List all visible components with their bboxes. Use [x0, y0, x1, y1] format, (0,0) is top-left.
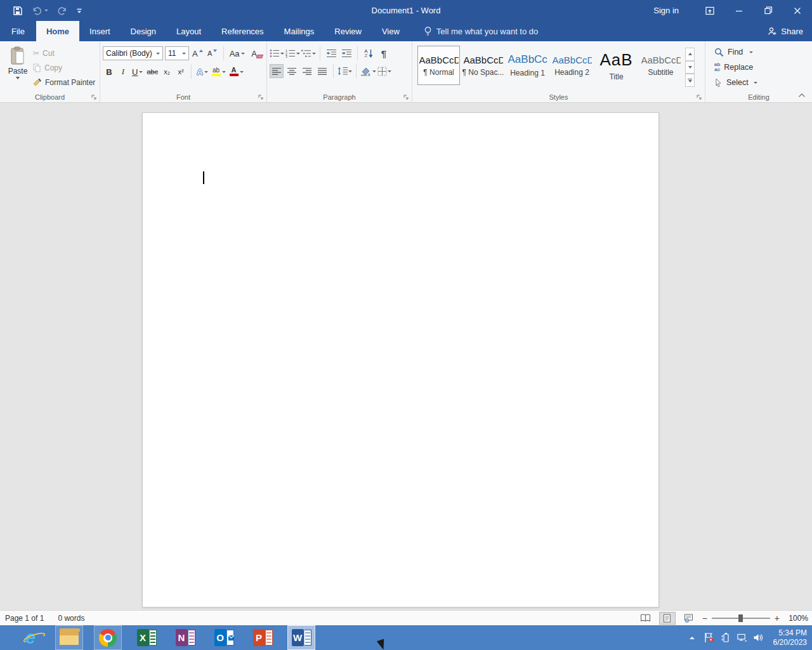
font-color-dropdown-arrow[interactable] [240, 71, 244, 73]
word-count[interactable]: 0 words [58, 614, 84, 623]
subscript-button[interactable]: x₂ [160, 65, 173, 79]
tray-chevron-up-icon[interactable] [687, 632, 698, 643]
justify-button[interactable] [315, 64, 329, 78]
bullets-button[interactable] [270, 46, 284, 60]
find-dropdown-arrow[interactable] [749, 51, 753, 53]
tab-layout[interactable]: Layout [166, 21, 211, 41]
align-center-button[interactable] [285, 64, 299, 78]
redo-icon[interactable] [57, 6, 67, 16]
zoom-slider[interactable] [712, 614, 770, 623]
taskbar-excel[interactable]: X [133, 625, 160, 650]
font-name-combobox[interactable]: Calibri (Body) [103, 46, 163, 60]
close-button[interactable] [783, 0, 812, 21]
strikethrough-button[interactable]: abc [145, 65, 159, 79]
taskbar-chrome[interactable] [94, 625, 122, 650]
shading-button[interactable] [360, 64, 376, 78]
increase-indent-button[interactable] [339, 46, 353, 60]
styles-gallery-more-button[interactable] [685, 74, 695, 87]
bullets-dropdown-arrow[interactable] [280, 53, 284, 55]
shrink-font-button[interactable]: A [206, 47, 219, 60]
sign-in-link[interactable]: Sign in [637, 6, 695, 15]
styles-dialog-launcher-icon[interactable] [695, 93, 703, 101]
taskbar-outlook[interactable]: O [210, 625, 238, 650]
tray-action-center-flag-icon[interactable] [704, 632, 714, 643]
clear-formatting-button[interactable]: A [248, 47, 261, 60]
multilevel-dropdown-arrow[interactable] [312, 53, 316, 55]
cut-button[interactable]: ✂ Cut [33, 48, 95, 59]
taskbar-powerpoint[interactable]: P [249, 625, 277, 650]
numbering-dropdown-arrow[interactable] [296, 53, 300, 55]
style-subtitle[interactable]: AaBbCcD Subtitle [639, 46, 682, 85]
web-layout-button[interactable] [681, 612, 697, 625]
select-dropdown-arrow[interactable] [754, 82, 757, 84]
styles-scroll-down-button[interactable] [685, 61, 695, 74]
save-icon[interactable] [13, 6, 23, 16]
style-normal[interactable]: AaBbCcDc ¶ Normal [417, 46, 460, 85]
style-heading2[interactable]: AaBbCcD Heading 2 [551, 46, 593, 85]
zoom-out-button[interactable]: − [702, 613, 707, 623]
style-heading1[interactable]: AaBbCc Heading 1 [506, 46, 549, 85]
paste-dropdown-arrow[interactable] [16, 77, 20, 79]
tab-insert[interactable]: Insert [79, 21, 121, 41]
line-spacing-dropdown-arrow[interactable] [348, 70, 352, 72]
text-effects-button[interactable]: A [195, 65, 209, 79]
taskbar-file-explorer[interactable] [55, 625, 83, 650]
minimize-button[interactable] [724, 0, 754, 21]
style-no-spacing[interactable]: AaBbCcDc ¶ No Spac... [462, 46, 504, 85]
tray-power-icon[interactable] [720, 632, 731, 643]
styles-scroll-up-button[interactable] [685, 48, 695, 61]
multilevel-list-button[interactable] [301, 46, 316, 60]
share-button[interactable]: Share [768, 21, 803, 41]
shading-dropdown-arrow[interactable] [372, 70, 376, 72]
taskbar-onenote[interactable]: N [171, 625, 199, 650]
page-indicator[interactable]: Page 1 of 1 [5, 614, 44, 623]
tell-me-box[interactable]: Tell me what you want to do [424, 21, 538, 41]
tab-references[interactable]: References [211, 21, 273, 41]
style-title[interactable]: AaB Title [595, 46, 638, 85]
zoom-in-button[interactable]: + [775, 613, 780, 623]
zoom-slider-thumb[interactable] [738, 614, 743, 622]
replace-button[interactable]: abac Replace [714, 62, 809, 73]
clipboard-dialog-launcher-icon[interactable] [90, 93, 98, 101]
italic-button[interactable]: I [117, 65, 129, 79]
font-color-button[interactable]: A [228, 65, 245, 79]
font-dialog-launcher-icon[interactable] [257, 93, 265, 101]
read-mode-button[interactable] [638, 612, 654, 625]
tray-speaker-icon[interactable] [753, 632, 764, 643]
grow-font-button[interactable]: A [191, 47, 204, 60]
copy-button[interactable]: Copy [33, 62, 95, 74]
numbering-button[interactable]: 123 [285, 46, 300, 60]
print-layout-button[interactable] [659, 612, 676, 625]
taskbar-internet-explorer[interactable]: e [16, 625, 44, 650]
ribbon-display-options-icon[interactable] [695, 0, 724, 21]
change-case-button[interactable]: Aa [228, 47, 246, 60]
highlight-dropdown-arrow[interactable] [222, 71, 226, 73]
tab-home[interactable]: Home [36, 21, 79, 41]
align-left-button[interactable] [270, 64, 284, 78]
zoom-level[interactable]: 100% [784, 614, 808, 623]
sort-button[interactable]: A Z [362, 46, 376, 60]
undo-icon[interactable] [32, 6, 48, 16]
show-hide-pilcrow-button[interactable]: ¶ [377, 46, 391, 60]
format-painter-button[interactable]: Format Painter [33, 77, 95, 88]
restore-button[interactable] [754, 0, 783, 21]
taskbar-word[interactable]: W [287, 625, 315, 650]
tab-design[interactable]: Design [121, 21, 166, 41]
document-page[interactable] [142, 112, 659, 607]
underline-dropdown-arrow[interactable] [139, 71, 143, 73]
tray-network-icon[interactable] [737, 632, 747, 643]
font-name-dropdown-arrow[interactable] [156, 53, 160, 55]
document-area[interactable] [0, 103, 812, 610]
tab-review[interactable]: Review [324, 21, 372, 41]
customize-quick-access-toolbar-icon[interactable] [76, 8, 82, 14]
tab-mailings[interactable]: Mailings [274, 21, 325, 41]
select-button[interactable]: Select [714, 77, 809, 88]
collapse-ribbon-button[interactable] [797, 91, 807, 100]
text-effects-dropdown-arrow[interactable] [204, 71, 208, 73]
tab-view[interactable]: View [372, 21, 410, 41]
tray-clock[interactable]: 5:34 PM 6/20/2023 [769, 628, 809, 647]
bold-button[interactable]: B [103, 65, 115, 79]
paste-button[interactable]: Paste [3, 44, 33, 91]
borders-dropdown-arrow[interactable] [388, 70, 391, 72]
line-spacing-button[interactable] [337, 64, 352, 78]
